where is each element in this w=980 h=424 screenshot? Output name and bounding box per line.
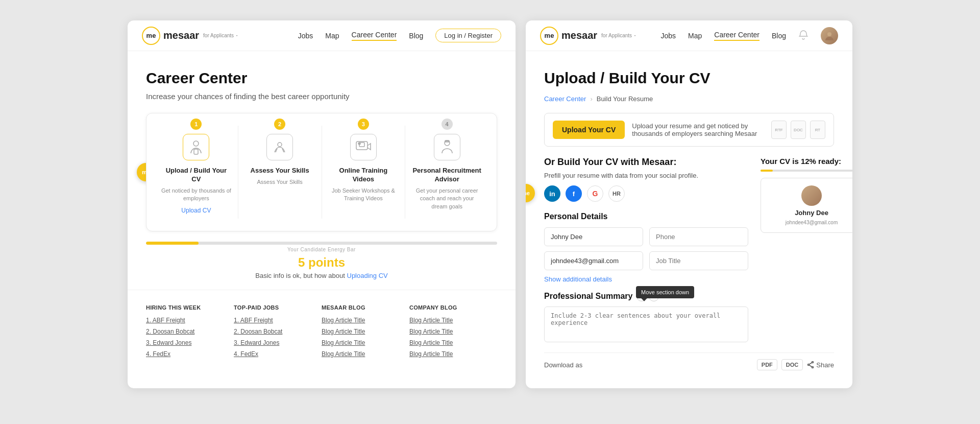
step-1: 1 Upload / Build Your CV Get noticed by … <box>155 126 238 219</box>
breadcrumb-build-resume: Build Your Resume <box>597 95 653 103</box>
right-panel: me mesaar for Applicants Jobs Map Career… <box>526 20 852 388</box>
page-title: Career Center <box>146 69 497 87</box>
right-logo[interactable]: me mesaar for Applicants <box>540 27 637 45</box>
cv-name: Johny Dee <box>795 209 828 217</box>
step-1-title: Upload / Build Your CV <box>161 167 232 184</box>
name-input[interactable] <box>544 227 643 246</box>
download-label: Download as <box>544 361 582 369</box>
name-phone-row <box>544 227 748 246</box>
company-blog-link-1[interactable]: Blog Article Title <box>409 317 497 324</box>
step-3-icon <box>350 134 377 160</box>
breadcrumb-separator: › <box>590 95 592 103</box>
step-4-title: Personal Recruitment Advisor <box>411 167 482 184</box>
cv-ready-bar <box>761 170 852 172</box>
right-nav-career-center[interactable]: Career Center <box>714 31 760 41</box>
step-2-desc: Assess Your Skills <box>257 178 302 186</box>
hiring-link-3[interactable]: 3. Edward Jones <box>146 339 234 346</box>
hiring-link-2[interactable]: 2. Doosan Bobcat <box>146 328 234 335</box>
build-title: Or Build Your CV with Mesaar: <box>544 157 748 168</box>
rt-icon: RT <box>810 121 825 139</box>
email-jobtitle-row <box>544 251 748 270</box>
bell-icon[interactable] <box>798 30 808 42</box>
share-button[interactable]: Share <box>807 361 834 369</box>
toppaid-link-4[interactable]: 4. FedEx <box>234 350 322 358</box>
hr-icon[interactable]: HR <box>608 185 625 202</box>
company-blog-link-4[interactable]: Blog Article Title <box>409 350 497 358</box>
svg-rect-1 <box>194 149 198 154</box>
logo[interactable]: me mesaar for Applicants <box>142 27 239 45</box>
login-button[interactable]: Log in / Register <box>435 29 501 42</box>
phone-input[interactable] <box>649 227 748 246</box>
svg-point-5 <box>358 143 360 145</box>
nav-links: Jobs Map Career Center Blog Log in / Reg… <box>298 29 501 42</box>
step-2: 2 Assess Your Skills Assess Your Skills <box>238 126 322 219</box>
company-blog-link-2[interactable]: Blog Article Title <box>409 328 497 335</box>
facebook-icon[interactable]: f <box>566 185 582 202</box>
email-input[interactable] <box>544 251 643 270</box>
step-3-num: 3 <box>358 119 369 130</box>
grid-col-mesaar-blog: MESAAR BLOG Blog Article Title Blog Arti… <box>322 304 409 362</box>
doc-icon: DOC <box>791 121 806 139</box>
upload-cv-link[interactable]: Uploading CV <box>347 272 388 279</box>
points-desc: Basic info is ok, but how about Uploadin… <box>146 272 497 279</box>
summary-textarea[interactable] <box>544 307 748 342</box>
download-buttons: PDF DOC Share <box>757 359 834 370</box>
points-text: 5 points <box>146 255 497 270</box>
upload-cv-button[interactable]: Upload Your CV <box>553 121 625 139</box>
toppaid-link-3[interactable]: 3. Edward Jones <box>234 339 322 346</box>
hiring-link-1[interactable]: 1. ABF Freight <box>146 317 234 324</box>
left-panel: me mesaar for Applicants Jobs Map Career… <box>128 20 516 388</box>
prof-summary-title: Professional Summary <box>544 292 632 301</box>
download-doc-button[interactable]: DOC <box>781 359 803 370</box>
google-icon[interactable]: G <box>587 185 603 202</box>
grid-col-toppaid: TOP-PAID JOBS 1. ABF Freight 2. Doosan B… <box>234 304 322 362</box>
hiring-link-4[interactable]: 4. FedEx <box>146 350 234 358</box>
move-section-tooltip: Move section down <box>636 286 694 298</box>
step-4-icon <box>434 134 460 160</box>
job-title-input[interactable] <box>649 251 748 270</box>
cv-ready-fill <box>761 170 773 172</box>
personal-details-title: Personal Details <box>544 212 748 221</box>
nav-career-center[interactable]: Career Center <box>352 31 397 41</box>
nav-map[interactable]: Map <box>325 32 339 40</box>
user-avatar[interactable] <box>821 27 838 44</box>
toppaid-link-1[interactable]: 1. ABF Freight <box>234 317 322 324</box>
right-nav-jobs[interactable]: Jobs <box>660 32 676 40</box>
linkedin-icon[interactable]: in <box>544 185 560 202</box>
logo-text: mesaar <box>163 30 199 41</box>
cv-preview-card: Johny Dee johndee43@gmail.com <box>761 178 852 233</box>
mesaar-blog-link-2[interactable]: Blog Article Title <box>322 328 409 335</box>
mesaar-blog-link-3[interactable]: Blog Article Title <box>322 339 409 346</box>
nav-blog[interactable]: Blog <box>409 32 423 40</box>
right-for-applicants: for Applicants <box>601 33 637 38</box>
right-logo-text: mesaar <box>561 30 597 41</box>
download-pdf-button[interactable]: PDF <box>757 359 777 370</box>
rtf-icon: RTF <box>771 121 787 139</box>
grid-col-hiring: HIRING THIS WEEK 1. ABF Freight 2. Doosa… <box>146 304 234 362</box>
cv-preview: Your CV is 12% ready: Johny Dee johndee4… <box>761 157 852 344</box>
step-1-num: 1 <box>190 119 202 130</box>
svg-point-0 <box>193 141 199 146</box>
logo-icon: me <box>142 27 160 45</box>
breadcrumb-career-center[interactable]: Career Center <box>544 95 586 103</box>
step-1-desc: Get noticed by thousands of employers <box>161 187 232 203</box>
step-1-link[interactable]: Upload CV <box>181 207 211 214</box>
right-nav-blog[interactable]: Blog <box>772 32 786 40</box>
step-1-icon <box>183 134 209 160</box>
right-main-content: Upload / Build Your CV Career Center › B… <box>526 51 852 376</box>
svg-point-10 <box>812 367 814 368</box>
mesaar-blog-link-4[interactable]: Blog Article Title <box>322 350 409 358</box>
right-nav: me mesaar for Applicants Jobs Map Career… <box>526 20 852 51</box>
svg-line-13 <box>810 365 812 367</box>
share-label: Share <box>816 361 834 369</box>
nav-jobs[interactable]: Jobs <box>298 32 313 40</box>
mesaar-blog-link-1[interactable]: Blog Article Title <box>322 317 409 324</box>
right-nav-map[interactable]: Map <box>688 32 702 40</box>
svg-point-2 <box>278 143 282 147</box>
toppaid-link-2[interactable]: 2. Doosan Bobcat <box>234 328 322 335</box>
page-subtitle: Increase your chances of finding the bes… <box>146 92 497 101</box>
show-additional-details[interactable]: Show additional details <box>544 275 748 283</box>
energy-bar-fill <box>146 242 199 245</box>
company-blog-link-3[interactable]: Blog Article Title <box>409 339 497 346</box>
svg-line-12 <box>810 363 812 364</box>
